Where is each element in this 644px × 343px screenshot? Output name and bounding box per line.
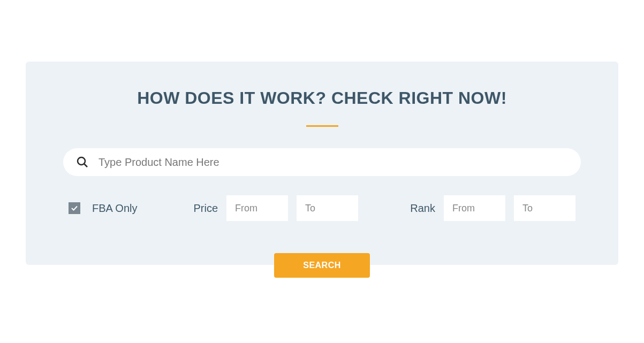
search-button[interactable]: SEARCH [274, 253, 370, 278]
price-from-input[interactable] [226, 195, 288, 221]
fba-filter: FBA Only [69, 202, 137, 215]
filters-row: FBA Only Price Rank [63, 195, 581, 221]
fba-checkbox[interactable] [69, 202, 80, 214]
rank-to-input[interactable] [514, 195, 575, 221]
rank-filter: Rank [410, 195, 575, 221]
price-filter: Price [193, 195, 358, 221]
rank-label: Rank [410, 202, 435, 215]
fba-label: FBA Only [92, 202, 137, 215]
search-panel: HOW DOES IT WORK? CHECK RIGHT NOW! FBA O… [26, 62, 618, 265]
svg-point-0 [78, 157, 85, 165]
divider [306, 125, 338, 127]
price-to-input[interactable] [297, 195, 358, 221]
rank-from-input[interactable] [444, 195, 505, 221]
price-label: Price [193, 202, 218, 215]
svg-line-1 [85, 164, 88, 167]
search-bar [63, 148, 581, 176]
search-icon [76, 156, 89, 169]
page-title: HOW DOES IT WORK? CHECK RIGHT NOW! [63, 88, 581, 108]
button-container: SEARCH [63, 253, 581, 278]
search-input[interactable] [99, 156, 568, 169]
